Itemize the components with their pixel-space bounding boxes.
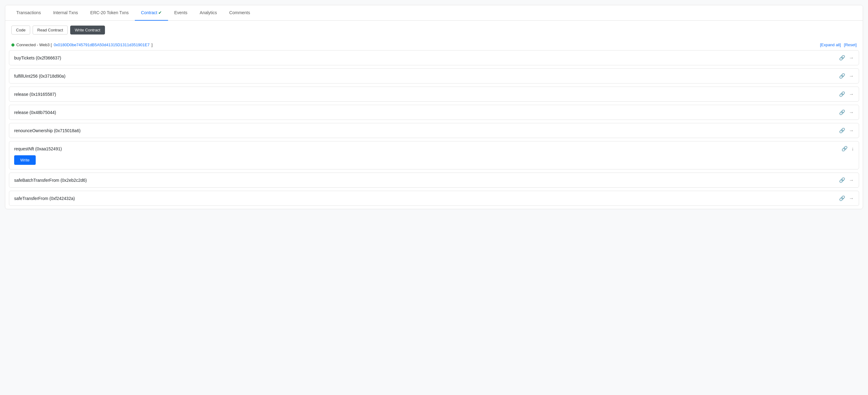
function-body-6: Write <box>14 151 854 165</box>
function-row-3[interactable]: release (0x19165587) 🔗 → <box>9 87 859 102</box>
function-row-2-header: fulfillUint256 (0x3718d90a) 🔗 → <box>14 73 854 79</box>
expand-icon-7[interactable]: → <box>849 177 854 183</box>
link-icon-6[interactable]: 🔗 <box>841 146 848 151</box>
tab-events[interactable]: Events <box>168 5 194 21</box>
function-row-8[interactable]: safeTransferFrom (0xf242432a) 🔗 → <box>9 191 859 206</box>
connection-suffix: ] <box>151 43 153 47</box>
link-icon-3[interactable]: 🔗 <box>839 91 845 97</box>
expand-icon-3[interactable]: → <box>849 91 854 97</box>
tab-comments[interactable]: Comments <box>223 5 256 21</box>
expand-icon-2[interactable]: → <box>849 73 854 79</box>
expand-icon-4[interactable]: → <box>849 110 854 115</box>
function-name-4: release (0x48b75044) <box>14 110 56 115</box>
function-icons-2: 🔗 → <box>839 73 854 79</box>
function-name-5: renounceOwnership (0x715018a6) <box>14 128 81 133</box>
function-icons-4: 🔗 → <box>839 109 854 115</box>
link-icon-8[interactable]: 🔗 <box>839 195 845 201</box>
function-row-6-header: requestNft (0xaa152491) 🔗 ↓ <box>14 146 854 151</box>
function-name-7: safeBatchTransferFrom (0x2eb2c2d6) <box>14 178 87 183</box>
verified-icon: ✔ <box>158 10 162 15</box>
reset-link[interactable]: [Reset] <box>844 43 857 47</box>
expand-icon-5[interactable]: → <box>849 128 854 134</box>
tab-contract[interactable]: Contract✔ <box>135 5 168 21</box>
function-name-6: requestNft (0xaa152491) <box>14 146 62 151</box>
connection-bar: Connected - Web3 [0x0180D0be745791dB5A50… <box>5 39 863 50</box>
connection-status-text: Connected - Web3 [ <box>16 43 52 47</box>
function-row-4[interactable]: release (0x48b75044) 🔗 → <box>9 105 859 120</box>
sub-bar: Code Read Contract Write Contract <box>5 21 863 39</box>
tab-erc20-token-txns[interactable]: ERC-20 Token Txns <box>84 5 135 21</box>
function-row-7-header: safeBatchTransferFrom (0x2eb2c2d6) 🔗 → <box>14 177 854 183</box>
link-icon-4[interactable]: 🔗 <box>839 109 845 115</box>
expand-all-link[interactable]: [Expand all] <box>820 43 841 47</box>
code-button[interactable]: Code <box>11 26 30 34</box>
connection-status: Connected - Web3 [0x0180D0be745791dB5A50… <box>11 43 153 47</box>
main-container: Transactions Internal Txns ERC-20 Token … <box>5 5 863 209</box>
function-icons-6: 🔗 ↓ <box>841 146 854 151</box>
connected-dot-icon <box>11 44 14 47</box>
contracts-list: buyTickets (0x2f366637) 🔗 → fulfillUint2… <box>5 50 863 206</box>
link-icon-1[interactable]: 🔗 <box>839 55 845 61</box>
connection-address-link[interactable]: 0x0180D0be745791dB5A50d41315D1311d351901… <box>54 43 150 47</box>
function-name-2: fulfillUint256 (0x3718d90a) <box>14 74 66 79</box>
read-contract-button[interactable]: Read Contract <box>33 26 68 34</box>
function-row-5-header: renounceOwnership (0x715018a6) 🔗 → <box>14 128 854 134</box>
function-row-3-header: release (0x19165587) 🔗 → <box>14 91 854 97</box>
write-button-6[interactable]: Write <box>14 155 36 165</box>
connection-actions: [Expand all] [Reset] <box>820 43 857 47</box>
function-row-1-header: buyTickets (0x2f366637) 🔗 → <box>14 55 854 61</box>
function-row-2[interactable]: fulfillUint256 (0x3718d90a) 🔗 → <box>9 68 859 84</box>
function-icons-1: 🔗 → <box>839 55 854 61</box>
tab-transactions[interactable]: Transactions <box>10 5 47 21</box>
collapse-icon-6[interactable]: ↓ <box>851 146 854 151</box>
function-row-8-header: safeTransferFrom (0xf242432a) 🔗 → <box>14 195 854 201</box>
function-row-5[interactable]: renounceOwnership (0x715018a6) 🔗 → <box>9 123 859 138</box>
function-row-4-header: release (0x48b75044) 🔗 → <box>14 109 854 115</box>
function-icons-7: 🔗 → <box>839 177 854 183</box>
function-row-6[interactable]: requestNft (0xaa152491) 🔗 ↓ Write <box>9 141 859 169</box>
function-name-8: safeTransferFrom (0xf242432a) <box>14 196 75 201</box>
tab-internal-txns[interactable]: Internal Txns <box>47 5 84 21</box>
link-icon-5[interactable]: 🔗 <box>839 128 845 134</box>
tab-analytics[interactable]: Analytics <box>194 5 223 21</box>
expand-icon-1[interactable]: → <box>849 55 854 61</box>
function-icons-5: 🔗 → <box>839 128 854 134</box>
function-icons-8: 🔗 → <box>839 195 854 201</box>
tab-bar: Transactions Internal Txns ERC-20 Token … <box>5 5 863 21</box>
function-name-1: buyTickets (0x2f366637) <box>14 55 61 60</box>
function-name-3: release (0x19165587) <box>14 92 56 97</box>
function-icons-3: 🔗 → <box>839 91 854 97</box>
link-icon-7[interactable]: 🔗 <box>839 177 845 183</box>
link-icon-2[interactable]: 🔗 <box>839 73 845 79</box>
write-contract-button[interactable]: Write Contract <box>70 26 105 34</box>
function-row-7[interactable]: safeBatchTransferFrom (0x2eb2c2d6) 🔗 → <box>9 173 859 188</box>
expand-icon-8[interactable]: → <box>849 196 854 201</box>
function-row-1[interactable]: buyTickets (0x2f366637) 🔗 → <box>9 50 859 65</box>
